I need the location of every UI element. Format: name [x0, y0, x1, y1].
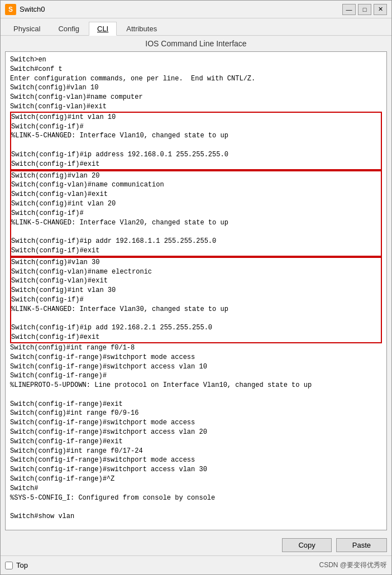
- top-label: Top: [16, 561, 28, 569]
- tab-cli[interactable]: CLI: [89, 22, 117, 36]
- watermark: CSDN @要变得优秀呀: [319, 560, 387, 570]
- window-controls: — □ ✕: [342, 4, 387, 15]
- bottom-bar: Top CSDN @要变得优秀呀: [1, 555, 391, 574]
- tab-physical[interactable]: Physical: [5, 22, 49, 35]
- button-row: Copy Paste: [1, 535, 391, 555]
- title-bar: S Switch0 — □ ✕: [1, 1, 391, 18]
- copy-button[interactable]: Copy: [282, 538, 331, 552]
- close-button[interactable]: ✕: [374, 4, 387, 15]
- window: S Switch0 — □ ✕ Physical Config CLI Attr…: [0, 0, 392, 575]
- top-checkbox-label[interactable]: Top: [5, 561, 28, 569]
- top-checkbox[interactable]: [5, 562, 13, 569]
- cli-container: Switch>enSwitch#conf tEnter configuratio…: [1, 51, 391, 535]
- window-title: Switch0: [20, 5, 342, 13]
- tab-config[interactable]: Config: [50, 22, 88, 35]
- paste-button[interactable]: Paste: [336, 538, 387, 552]
- maximize-button[interactable]: □: [358, 4, 371, 15]
- tab-bar: Physical Config CLI Attributes: [1, 18, 391, 36]
- cli-header: IOS Command Line Interface: [1, 36, 391, 51]
- minimize-button[interactable]: —: [342, 4, 356, 15]
- tab-attributes[interactable]: Attributes: [118, 22, 165, 35]
- cli-terminal[interactable]: Switch>enSwitch#conf tEnter configuratio…: [5, 51, 387, 530]
- window-icon: S: [5, 4, 16, 15]
